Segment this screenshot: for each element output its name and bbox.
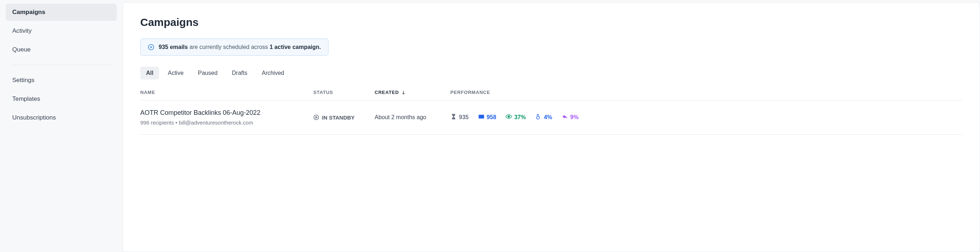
recipient-count: 996 recipients [140, 119, 174, 126]
info-banner: 935 emails are currently scheduled acros… [140, 38, 328, 56]
tab-label: All [146, 70, 153, 76]
sidebar-item-queue[interactable]: Queue [6, 41, 117, 58]
metric-value: 958 [487, 114, 496, 120]
pointer-icon [535, 113, 542, 121]
table-row[interactable]: AOTR Competitor Backlinks 06-Aug-2022 99… [140, 100, 963, 135]
cell-name: AOTR Competitor Backlinks 06-Aug-2022 99… [140, 109, 313, 126]
tab-label: Archived [262, 70, 284, 76]
metric-queued: 935 [450, 113, 469, 121]
cell-performance: 935 958 37% 4% 9% [450, 113, 963, 121]
metric-open-rate: 37% [506, 113, 526, 121]
envelope-icon [478, 113, 485, 121]
metric-click-rate: 4% [535, 113, 552, 121]
col-header-name[interactable]: NAME [140, 90, 313, 95]
cell-created: About 2 months ago [375, 114, 450, 120]
svg-point-2 [508, 116, 510, 118]
hourglass-icon [450, 113, 457, 121]
col-header-created[interactable]: CREATED [375, 90, 450, 95]
sidebar-item-templates[interactable]: Templates [6, 90, 117, 108]
tab-paused[interactable]: Paused [192, 67, 223, 79]
filter-tabs: All Active Paused Drafts Archived [140, 67, 963, 79]
sidebar-item-campaigns[interactable]: Campaigns [6, 3, 117, 21]
tab-label: Drafts [232, 70, 247, 76]
main-panel: Campaigns 935 emails are currently sched… [123, 2, 980, 252]
cell-status: IN STANDBY [313, 114, 375, 120]
metric-sent: 958 [478, 113, 496, 121]
sidebar-item-label: Activity [12, 27, 32, 34]
svg-point-1 [314, 115, 318, 119]
status-label: IN STANDBY [322, 114, 355, 120]
banner-count: 935 emails [159, 44, 188, 50]
sidebar-item-label: Campaigns [12, 9, 45, 16]
table-header: NAME STATUS CREATED PERFORMANCE [140, 90, 963, 100]
metric-reply-rate: 9% [562, 113, 579, 121]
campaign-name: AOTR Competitor Backlinks 06-Aug-2022 [140, 109, 313, 117]
play-circle-outline-icon [313, 114, 319, 120]
dot-separator: • [176, 119, 179, 126]
banner-mid: are currently scheduled across [188, 44, 270, 50]
sender-email: bill@adventuresontherock.com [179, 119, 253, 126]
sidebar-item-label: Settings [12, 77, 34, 84]
sidebar-item-settings[interactable]: Settings [6, 71, 117, 89]
banner-campaign: 1 active campaign. [270, 44, 321, 50]
arrow-down-icon [401, 90, 406, 95]
metric-value: 9% [570, 114, 579, 120]
metric-value: 37% [514, 114, 526, 120]
sidebar-divider [11, 65, 111, 65]
tab-label: Paused [198, 70, 217, 76]
sidebar-item-label: Templates [12, 95, 40, 102]
page-title: Campaigns [140, 16, 963, 29]
col-header-status[interactable]: STATUS [313, 90, 375, 95]
sidebar-item-label: Queue [12, 46, 31, 53]
play-circle-icon [148, 44, 154, 51]
col-header-created-label: CREATED [375, 90, 399, 95]
reply-icon [562, 113, 568, 121]
tab-drafts[interactable]: Drafts [226, 67, 253, 79]
sidebar-item-unsubscriptions[interactable]: Unsubscriptions [6, 109, 117, 126]
eye-icon [506, 113, 512, 121]
banner-text: 935 emails are currently scheduled acros… [159, 44, 321, 51]
sidebar-item-label: Unsubscriptions [12, 114, 56, 121]
col-header-performance[interactable]: PERFORMANCE [450, 90, 963, 95]
metric-value: 4% [544, 114, 552, 120]
tab-label: Active [168, 70, 183, 76]
tab-active[interactable]: Active [162, 67, 189, 79]
sidebar: Campaigns Activity Queue Settings Templa… [0, 0, 123, 252]
tab-all[interactable]: All [140, 67, 159, 79]
tab-archived[interactable]: Archived [256, 67, 290, 79]
sidebar-item-activity[interactable]: Activity [6, 22, 117, 40]
campaign-subtitle: 996 recipients • bill@adventuresontheroc… [140, 119, 313, 126]
metric-value: 935 [459, 114, 469, 120]
